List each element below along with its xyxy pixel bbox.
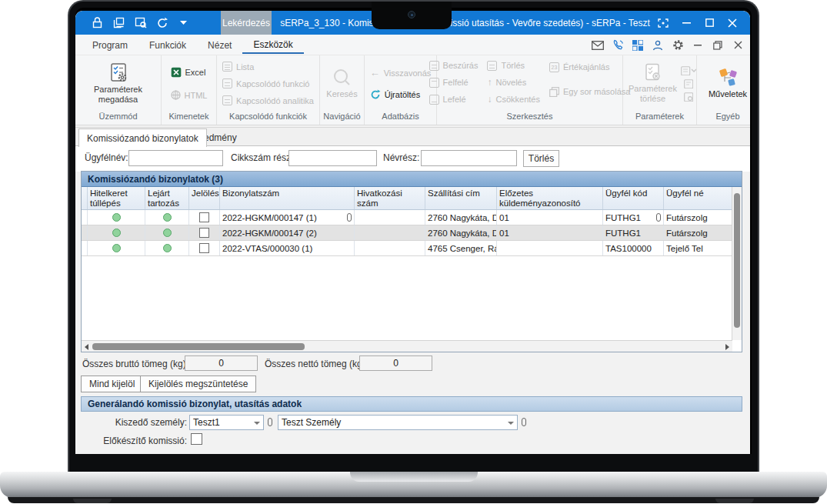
refresh-icon[interactable]: [155, 16, 168, 29]
csokkentes-button[interactable]: ↓ Csökkentés: [483, 91, 543, 108]
window-maximize-icon[interactable]: [698, 11, 721, 35]
table-row[interactable]: 2022-HGKM/000147 (2) 2760 Nagykáta, Dózs…: [82, 225, 732, 241]
operations-flowchart-icon: [718, 68, 738, 87]
table-row[interactable]: 2022-HGKM/000147 (1) 2760 Nagykáta, Dózs…: [82, 210, 732, 225]
kereses-button[interactable]: Keresés: [322, 68, 362, 99]
overdue-ok-dot: [163, 229, 172, 237]
ugyfelnev-input[interactable]: [128, 150, 223, 166]
menu-nezet[interactable]: Nézet: [197, 36, 242, 53]
header-bizonylatszam[interactable]: Bizonylatszám: [220, 187, 355, 209]
row-checkbox[interactable]: [199, 243, 209, 253]
horizontal-scrollbar[interactable]: [82, 340, 732, 352]
mind-kijelol-button[interactable]: Mind kijelöl: [81, 375, 143, 392]
header-szallitasi[interactable]: Szállítási cím: [425, 187, 497, 209]
cikkszam-input[interactable]: [288, 150, 377, 166]
dropdown-caret-icon[interactable]: [177, 16, 190, 29]
row-checkbox[interactable]: [199, 212, 209, 222]
tab-content-area: Komissiózandó bizonylatok Eredmény Ügyfé…: [75, 127, 750, 171]
kapcsolodo-analitika-button[interactable]: Kapcsolódó analitika: [218, 92, 318, 109]
parameter-option-3-icon[interactable]: [684, 92, 693, 102]
ribbon-toolbar: Paraméterek megadása Üzemmód Excel: [75, 55, 750, 125]
row-checkbox[interactable]: [199, 228, 209, 238]
felfele-button[interactable]: Felfelé: [425, 74, 482, 91]
group-label-uzemmod: Üzemmód: [75, 112, 161, 125]
header-lejart[interactable]: Lejárt tartozás: [145, 187, 189, 209]
header-ugyfel-nev[interactable]: Ügyfél né: [664, 187, 732, 209]
table-row[interactable]: 2022-VTAS/000030 (1) 4765 Csenger, Rákóc…: [82, 241, 732, 256]
group-label-egyeb: Egyéb: [697, 112, 750, 125]
filter-row: Ügyfélnév: Cikkszám rész: Névrész: Törlé…: [75, 146, 750, 172]
laptop-bezel: Lekérdezés sERPa_3_130 - Komissió generá…: [68, 0, 759, 472]
egy-sor-masolasa-button[interactable]: Egy sor másolása: [545, 83, 634, 100]
header-elozetes[interactable]: Előzetes küldeményazonosító: [497, 187, 603, 209]
lista-button[interactable]: Lista: [218, 58, 318, 75]
parameter-option-2-icon[interactable]: [684, 79, 693, 88]
kijeloles-megszuntetese-button[interactable]: Kijelölés megszüntetése: [140, 375, 256, 392]
tab-komissiozando-bizonylatok[interactable]: Komissiózandó bizonylatok: [78, 129, 207, 147]
vertical-scrollbar-thumb[interactable]: [734, 193, 740, 328]
ertekajanlas-button[interactable]: 23 Értékajánlás: [545, 58, 634, 75]
torles-button[interactable]: Törlés: [483, 57, 543, 74]
scroll-left-arrow-icon[interactable]: [85, 344, 88, 350]
lefele-button[interactable]: Lefelé: [425, 91, 482, 108]
phone-icon[interactable]: [610, 38, 625, 53]
window-close-icon[interactable]: [721, 11, 744, 35]
muveletek-button[interactable]: Műveletek: [704, 68, 750, 99]
filter-torles-button[interactable]: Törlés: [523, 150, 559, 167]
webcam-dot: [408, 11, 415, 18]
attachment-paperclip-icon[interactable]: [268, 418, 272, 426]
combo-chevron-icon: [254, 422, 260, 425]
window-minimize-icon[interactable]: [675, 11, 698, 35]
cikkszam-label: Cikkszám rész:: [231, 152, 293, 163]
panel-restore-icon[interactable]: [710, 38, 725, 53]
overdue-ok-dot: [163, 213, 172, 222]
elokeszito-checkbox[interactable]: [191, 433, 202, 445]
horizontal-scrollbar-thumb[interactable]: [92, 343, 305, 350]
panel-minimize-icon[interactable]: [690, 38, 705, 53]
window-search-icon[interactable]: [134, 16, 147, 29]
kiszedo-code-combobox[interactable]: Teszt1: [189, 415, 264, 430]
header-jeloles[interactable]: Jelölés: [189, 187, 220, 209]
focus-mode-icon[interactable]: [652, 11, 675, 35]
scroll-right-arrow-icon[interactable]: [725, 344, 729, 350]
menu-funkciok[interactable]: Funkciók: [138, 36, 197, 53]
group-label-parameterek: Paraméterek: [623, 112, 696, 125]
mail-icon[interactable]: [590, 38, 605, 53]
panel-close-icon[interactable]: [730, 38, 745, 53]
group-label-kapcsolodo: Kapcsolódó funkciók: [217, 112, 319, 125]
documents-icon[interactable]: [112, 16, 125, 29]
html-button[interactable]: HTML: [167, 87, 212, 104]
menu-program[interactable]: Program: [82, 36, 138, 53]
group-label-kimenetek: Kimenetek: [162, 112, 216, 125]
attachment-paperclip-icon: [656, 213, 661, 222]
laptop-foot-left: [73, 499, 112, 503]
noveles-button[interactable]: ↑ Növelés: [483, 74, 543, 91]
brutto-total-input[interactable]: [185, 355, 258, 371]
attachment-paperclip-icon[interactable]: [522, 418, 526, 426]
tiles-icon[interactable]: [630, 38, 645, 53]
laptop-foot-right: [715, 499, 754, 503]
kiszedo-name-combobox[interactable]: Teszt Személy: [278, 415, 518, 430]
vertical-scrollbar[interactable]: [732, 187, 742, 340]
parameterek-megadasa-button[interactable]: Paraméterek megadása: [75, 62, 161, 105]
nevresz-input[interactable]: [421, 150, 517, 166]
nevresz-label: Névrész:: [383, 152, 419, 163]
beszuras-button[interactable]: Beszúrás: [425, 57, 482, 74]
quick-access-tab[interactable]: Lekérdezés: [221, 11, 272, 35]
menu-eszkozok[interactable]: Eszközök: [242, 35, 303, 54]
ribbon-group-uzemmod: Paraméterek megadása Üzemmód: [75, 55, 162, 125]
combo-chevron-icon: [508, 422, 514, 425]
person-icon[interactable]: [650, 38, 665, 53]
overdue-ok-dot: [163, 244, 172, 252]
lock-icon[interactable]: [91, 16, 104, 29]
credit-ok-dot: [112, 244, 121, 252]
kapcsolodo-funkcio-button[interactable]: Kapcsolódó funkció: [218, 75, 318, 92]
parameterek-torlese-button[interactable]: Paraméterek törlése: [623, 63, 678, 104]
gear-icon[interactable]: [670, 38, 685, 53]
excel-button[interactable]: Excel: [167, 64, 212, 81]
parameter-option-1-icon[interactable]: [681, 66, 696, 75]
header-ugyfel-kod[interactable]: Ügyfél kód: [603, 187, 664, 209]
netto-total-input[interactable]: [359, 355, 432, 371]
header-hitelkeret[interactable]: Hitelkeret túllépés: [88, 187, 145, 209]
header-hivatkozasi[interactable]: Hivatkozási szám: [355, 187, 425, 209]
